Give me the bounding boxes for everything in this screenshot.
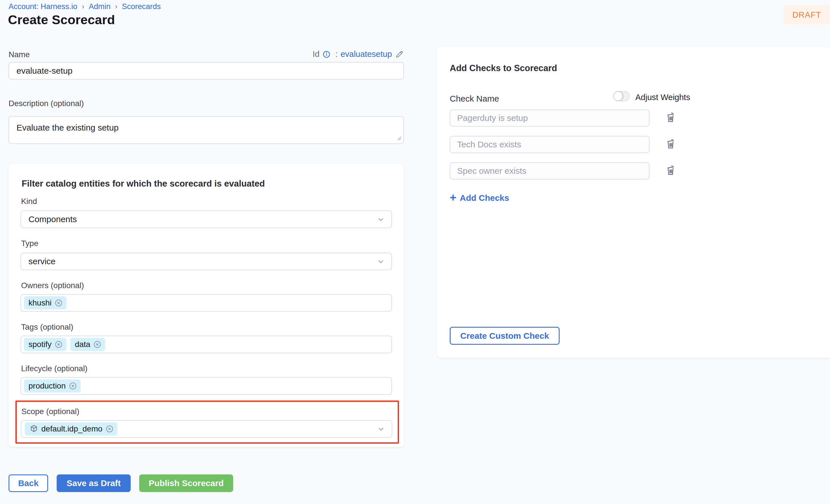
- adjust-weights-toggle[interactable]: [613, 91, 630, 101]
- id-value-link[interactable]: evaluatesetup: [341, 49, 392, 59]
- breadcrumb-admin-link[interactable]: Admin: [89, 2, 111, 11]
- lifecycle-chip: production: [24, 379, 81, 393]
- owners-input[interactable]: khushi: [21, 294, 392, 312]
- publish-scorecard-button[interactable]: Publish Scorecard: [139, 474, 233, 492]
- remove-chip-icon[interactable]: [54, 340, 63, 349]
- owner-chip-label: khushi: [28, 298, 52, 307]
- check-name-label: Check Name: [450, 94, 499, 104]
- tags-input[interactable]: spotify data: [21, 336, 392, 353]
- type-label: Type: [21, 239, 38, 248]
- add-checks-title: Add Checks to Scorecard: [450, 63, 557, 73]
- back-button[interactable]: Back: [8, 474, 48, 492]
- filter-card-title: Filter catalog entities for which the sc…: [22, 179, 265, 189]
- check-name-input[interactable]: [450, 136, 649, 153]
- owner-chip: khushi: [24, 296, 66, 309]
- lifecycle-label: Lifecycle (optional): [21, 364, 87, 373]
- info-icon[interactable]: [322, 50, 331, 59]
- owners-label: Owners (optional): [21, 281, 84, 290]
- breadcrumb: Account: Harness.io › Admin › Scorecards: [8, 2, 161, 11]
- page-title: Create Scorecard: [8, 12, 115, 27]
- tags-label: Tags (optional): [21, 323, 73, 332]
- tag-chip: data: [70, 338, 105, 351]
- tag-chip-label: spotify: [28, 340, 52, 349]
- scope-chip-label: default.idp_demo: [41, 424, 102, 433]
- check-name-input[interactable]: [450, 162, 649, 179]
- tag-chip-label: data: [75, 340, 91, 349]
- status-badge: DRAFT: [784, 5, 830, 25]
- plus-icon: +: [450, 192, 456, 203]
- breadcrumb-separator-icon: ›: [115, 3, 117, 10]
- edit-pencil-icon[interactable]: [395, 50, 404, 59]
- tag-chip: spotify: [24, 338, 66, 351]
- delete-check-button[interactable]: [664, 164, 677, 177]
- chevron-down-icon: [377, 257, 385, 266]
- remove-chip-icon[interactable]: [54, 299, 63, 307]
- lifecycle-chip-label: production: [28, 381, 66, 391]
- toggle-knob: [614, 92, 622, 100]
- scope-chip: default.idp_demo: [25, 423, 117, 435]
- kind-selected-value: Components: [28, 214, 77, 224]
- type-selected-value: service: [28, 257, 56, 266]
- form-actions: Back Save as Draft Publish Scorecard: [8, 474, 233, 492]
- save-as-draft-button[interactable]: Save as Draft: [57, 474, 131, 492]
- create-custom-check-button[interactable]: Create Custom Check: [450, 327, 560, 345]
- kind-select[interactable]: Components: [21, 210, 392, 228]
- chevron-down-icon: [377, 215, 385, 224]
- filter-entities-card: Filter catalog entities for which the sc…: [8, 164, 404, 447]
- description-textarea[interactable]: Evaluate the existing setup: [8, 116, 404, 144]
- delete-check-button[interactable]: [664, 111, 677, 125]
- id-row: Id : evaluatesetup: [8, 49, 404, 59]
- resize-grip-icon[interactable]: [396, 135, 402, 142]
- remove-chip-icon[interactable]: [93, 340, 102, 349]
- name-input[interactable]: [8, 62, 404, 80]
- add-checks-link[interactable]: + Add Checks: [450, 192, 509, 204]
- remove-chip-icon[interactable]: [105, 425, 114, 433]
- id-colon: :: [335, 49, 338, 59]
- trash-icon: [665, 111, 676, 124]
- breadcrumb-separator-icon: ›: [82, 3, 84, 10]
- delete-check-button[interactable]: [664, 137, 677, 151]
- lifecycle-input[interactable]: production: [21, 377, 392, 395]
- description-field-wrap: Evaluate the existing setup: [8, 116, 404, 144]
- type-select[interactable]: service: [21, 253, 392, 270]
- trash-icon: [665, 138, 676, 150]
- check-name-input[interactable]: [450, 109, 649, 127]
- chevron-down-icon: [377, 425, 385, 433]
- breadcrumb-account-link[interactable]: Account: Harness.io: [8, 2, 77, 11]
- scope-label: Scope (optional): [21, 407, 79, 416]
- add-checks-label: Add Checks: [460, 193, 509, 203]
- trash-icon: [665, 164, 676, 177]
- breadcrumb-scorecards-link[interactable]: Scorecards: [122, 2, 161, 11]
- scope-highlight-box: Scope (optional) default.idp_demo: [15, 400, 399, 444]
- kind-label: Kind: [21, 197, 37, 206]
- id-caption: Id: [313, 49, 319, 59]
- description-label: Description (optional): [8, 99, 84, 108]
- scope-select[interactable]: default.idp_demo: [21, 420, 392, 438]
- add-checks-card: Add Checks to Scorecard Check Name Adjus…: [437, 47, 830, 358]
- create-scorecard-page: Account: Harness.io › Admin › Scorecards…: [0, 0, 830, 504]
- cube-icon: [29, 424, 38, 433]
- remove-chip-icon[interactable]: [69, 382, 77, 390]
- adjust-weights-label: Adjust Weights: [635, 93, 690, 102]
